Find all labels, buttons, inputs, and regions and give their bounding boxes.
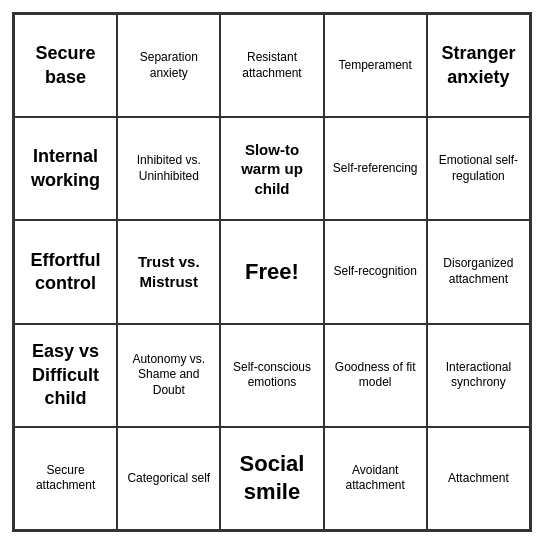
cell-r1c1: Inhibited vs. Uninhibited [117, 117, 220, 220]
cell-r0c0: Secure base [14, 14, 117, 117]
cell-r1c3: Self-referencing [324, 117, 427, 220]
cell-r1c2: Slow-to warm up child [220, 117, 323, 220]
cell-r3c2: Self-conscious emotions [220, 324, 323, 427]
cell-r2c0: Effortful control [14, 220, 117, 323]
cell-r1c0: Internal working [14, 117, 117, 220]
cell-r0c4: Stranger anxiety [427, 14, 530, 117]
cell-r2c4: Disorganized attachment [427, 220, 530, 323]
cell-r2c1: Trust vs. Mistrust [117, 220, 220, 323]
cell-r4c0: Secure attachment [14, 427, 117, 530]
cell-r0c2: Resistant attachment [220, 14, 323, 117]
cell-r2c2: Free! [220, 220, 323, 323]
bingo-board: Secure baseSeparation anxietyResistant a… [12, 12, 532, 532]
cell-r4c1: Categorical self [117, 427, 220, 530]
cell-r3c4: Interactional synchrony [427, 324, 530, 427]
cell-r0c3: Temperament [324, 14, 427, 117]
cell-r0c1: Separation anxiety [117, 14, 220, 117]
cell-r1c4: Emotional self-regulation [427, 117, 530, 220]
cell-r4c3: Avoidant attachment [324, 427, 427, 530]
cell-r4c2: Social smile [220, 427, 323, 530]
cell-r3c3: Goodness of fit model [324, 324, 427, 427]
cell-r3c1: Autonomy vs. Shame and Doubt [117, 324, 220, 427]
cell-r2c3: Self-recognition [324, 220, 427, 323]
cell-r4c4: Attachment [427, 427, 530, 530]
cell-r3c0: Easy vs Difficult child [14, 324, 117, 427]
